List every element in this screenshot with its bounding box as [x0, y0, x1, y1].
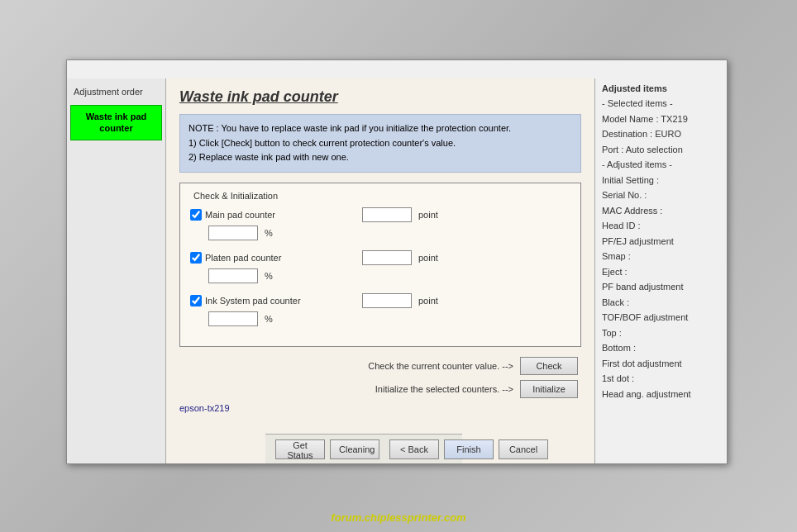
platen-pad-counter-percent-input[interactable] [208, 268, 258, 283]
main-pad-counter-text: Main pad counter [205, 210, 275, 220]
main-pad-counter-row: Main pad counter point [190, 207, 570, 222]
platen-pad-counter-row: Platen pad counter point [190, 250, 570, 265]
note-line-3: 2) Replace waste ink pad with new one. [189, 150, 572, 165]
black-label: Black : [602, 296, 720, 310]
main-content: Waste ink pad counter NOTE : You have to… [166, 78, 594, 463]
model-name-row: Model Name : TX219 [602, 112, 720, 126]
ink-system-pad-counter-percent-input[interactable] [208, 311, 258, 326]
right-panel: Adjusted items - Selected items - Model … [594, 78, 727, 463]
selected-items-label: - Selected items - [602, 97, 720, 111]
destination-value: EURO [655, 129, 681, 139]
first-dot-label: First dot adjustment [602, 357, 720, 371]
main-pad-counter-checkbox[interactable] [190, 209, 202, 221]
check-action-label: Check the current counter value. --> [183, 361, 513, 371]
model-name-label: Model Name : [602, 114, 658, 124]
main-pad-point-unit: point [418, 210, 438, 220]
pf-band-label: PF band adjustment [602, 280, 720, 294]
url-text: epson-tx219 [179, 403, 581, 413]
group-title: Check & Initialization [190, 191, 281, 201]
initial-setting-label: Initial Setting : [602, 173, 720, 188]
initialize-button[interactable]: Initialize [520, 380, 578, 398]
model-name-value: TX219 [661, 114, 687, 124]
get-status-button[interactable]: Get Status [275, 439, 325, 459]
check-button[interactable]: Check [520, 357, 578, 375]
ink-system-pad-percent-unit: % [265, 314, 273, 324]
ink-system-pad-point-unit: point [418, 296, 438, 306]
main-pad-counter-label[interactable]: Main pad counter [190, 209, 356, 221]
eject-label: Eject : [602, 265, 720, 279]
ink-system-pad-counter-row: Ink System pad counter point [190, 293, 570, 308]
port-label: Port : [602, 145, 623, 154]
main-pad-percent-unit: % [265, 228, 273, 238]
destination-label: Destination : [602, 129, 652, 139]
left-panel: Adjustment order Waste ink padcounter [67, 78, 166, 463]
main-pad-counter-percent-input[interactable] [208, 226, 258, 240]
ink-system-pad-counter-label[interactable]: Ink System pad counter [190, 295, 356, 306]
head-ang-label: Head ang. adjustment [602, 387, 720, 401]
note-line-2: 1) Click [Check] button to check current… [189, 136, 572, 151]
mac-address-label: MAC Address : [602, 204, 720, 218]
check-action-row: Check the current counter value. --> Che… [179, 357, 581, 375]
ink-system-pad-counter-text: Ink System pad counter [205, 296, 301, 306]
port-value: Auto selection [626, 145, 683, 154]
back-button[interactable]: < Back [389, 439, 439, 459]
pf-ej-label: PF/EJ adjustment [602, 235, 720, 249]
ink-system-pad-counter-percent-row: % [190, 311, 570, 326]
ink-system-pad-counter-checkbox[interactable] [190, 295, 202, 306]
main-pad-counter-point-input[interactable] [362, 207, 412, 222]
adjustment-order-title: Adjustment order [70, 85, 162, 98]
adjusted-items-title: Adjusted items [602, 83, 720, 93]
platen-pad-percent-unit: % [265, 271, 273, 281]
initialize-action-label: Initialize the selected counters. --> [183, 384, 513, 394]
watermark: forum.chiplessprinter.com [331, 511, 465, 524]
note-box: NOTE : You have to replace waste ink pad… [179, 114, 581, 173]
cleaning-button[interactable]: Cleaning [330, 439, 379, 459]
port-row: Port : Auto selection [602, 143, 720, 157]
destination-row: Destination : EURO [602, 127, 720, 141]
bottom-label: Bottom : [602, 341, 720, 355]
platen-pad-counter-text: Platen pad counter [205, 253, 281, 263]
finish-button[interactable]: Finish [444, 439, 494, 459]
serial-no-label: Serial No. : [602, 188, 720, 202]
smap-label: Smap : [602, 249, 720, 264]
waste-ink-pad-counter-menu-item[interactable]: Waste ink padcounter [70, 105, 162, 140]
platen-pad-point-unit: point [418, 253, 438, 263]
tof-bof-label: TOF/BOF adjustment [602, 311, 720, 325]
platen-pad-counter-label[interactable]: Platen pad counter [190, 252, 356, 264]
adjusted-items-section-label: - Adjusted items - [602, 158, 720, 172]
main-pad-counter-percent-row: % [190, 226, 570, 240]
platen-pad-counter-point-input[interactable] [362, 250, 412, 265]
main-window: Adjustment order Waste ink padcounter Wa… [66, 59, 728, 464]
platen-pad-counter-checkbox[interactable] [190, 252, 202, 264]
platen-pad-counter-percent-row: % [190, 268, 570, 283]
ink-system-pad-counter-point-input[interactable] [362, 293, 412, 308]
note-line-1: NOTE : You have to replace waste ink pad… [189, 121, 572, 136]
bottom-toolbar: Get Status Cleaning < Back Finish Cancel [265, 434, 462, 463]
cancel-button[interactable]: Cancel [499, 439, 548, 459]
initialize-action-row: Initialize the selected counters. --> In… [179, 380, 581, 398]
head-id-label: Head ID : [602, 219, 720, 233]
check-initialization-group: Check & Initialization Main pad counter … [179, 183, 581, 347]
page-title: Waste ink pad counter [179, 88, 581, 106]
first-dot-value-label: 1st dot : [602, 372, 720, 386]
top-label: Top : [602, 326, 720, 340]
